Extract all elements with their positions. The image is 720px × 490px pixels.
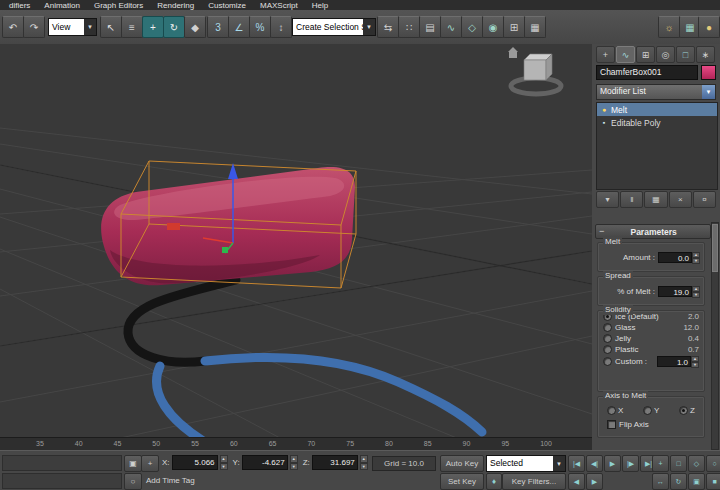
- modifier-list-dropdown[interactable]: Modifier List ▼: [596, 84, 716, 100]
- tab-utilities[interactable]: ∗: [696, 46, 715, 63]
- select-and-move-icon[interactable]: +: [142, 16, 164, 38]
- zoom-icon[interactable]: +: [652, 455, 669, 472]
- remove-modifier-button[interactable]: ×: [669, 191, 692, 208]
- maximize-viewport-icon[interactable]: ▣: [688, 473, 705, 490]
- coordinate-field[interactable]: Y: -4.627 ▲▼: [233, 455, 298, 470]
- solidity-option[interactable]: Glass 12.0: [598, 322, 704, 333]
- axis-option[interactable]: Y: [643, 406, 659, 415]
- solidity-option[interactable]: Jelly 0.4: [598, 333, 704, 344]
- zoom-region-icon[interactable]: ○: [706, 455, 720, 472]
- redo-icon[interactable]: ↷: [23, 16, 45, 38]
- key-filters-button[interactable]: Key Filters...: [502, 473, 566, 490]
- configure-modifier-sets-button[interactable]: ¤: [693, 191, 716, 208]
- align-icon[interactable]: ∷: [398, 16, 420, 38]
- orbit-icon[interactable]: ↻: [670, 473, 687, 490]
- percent-of-melt-spinner[interactable]: 19.0 ▲▼: [658, 286, 700, 297]
- panel-scrollbar[interactable]: [711, 222, 719, 450]
- x-axis-handle[interactable]: [167, 223, 180, 230]
- spinner-arrows-icon[interactable]: ▲▼: [360, 455, 368, 470]
- menu-item[interactable]: difiers: [2, 0, 37, 10]
- prompt-line[interactable]: [2, 473, 122, 489]
- next-key-button[interactable]: ▶: [586, 473, 603, 490]
- spinner-arrows-icon[interactable]: ▲▼: [691, 356, 699, 367]
- stack-item-editable-poly[interactable]: ▪ Editable Poly: [597, 116, 717, 129]
- viewport-canvas[interactable]: [0, 44, 592, 437]
- snap-toggle-icon[interactable]: 3: [207, 16, 229, 38]
- reference-coordinate-dropdown[interactable]: View ▼: [48, 18, 97, 36]
- flip-axis-option[interactable]: Flip Axis: [598, 417, 704, 432]
- checkbox-icon[interactable]: [607, 420, 616, 429]
- pin-stack-button[interactable]: ▾: [596, 191, 619, 208]
- view-cube[interactable]: [511, 54, 561, 94]
- previous-key-button[interactable]: ◀: [568, 473, 585, 490]
- angle-snap-icon[interactable]: ∠: [228, 16, 250, 38]
- time-tag-icon[interactable]: ○: [124, 473, 142, 490]
- axis-option[interactable]: Z: [679, 406, 695, 415]
- spinner-arrows-icon[interactable]: ▲▼: [220, 455, 228, 470]
- menu-item[interactable]: Graph Editors: [87, 0, 150, 10]
- absolute-offset-toggle[interactable]: +: [141, 455, 159, 472]
- perspective-viewport[interactable]: [0, 44, 593, 437]
- object-color-swatch[interactable]: [701, 65, 716, 80]
- next-frame-button[interactable]: |▶: [622, 455, 639, 472]
- select-and-scale-icon[interactable]: ◆: [184, 16, 206, 38]
- chamferbox-object[interactable]: [101, 167, 355, 285]
- scrollbar-thumb[interactable]: [712, 224, 718, 272]
- zoom-all-icon[interactable]: □: [670, 455, 687, 472]
- axis-option[interactable]: X: [607, 406, 623, 415]
- track-bar[interactable]: 35404550556065707580859095100: [0, 437, 592, 451]
- undo-icon[interactable]: ↶: [2, 16, 24, 38]
- percent-snap-icon[interactable]: %: [249, 16, 271, 38]
- radio-icon[interactable]: [643, 406, 652, 415]
- key-icon[interactable]: ♦: [486, 473, 502, 490]
- object-name-field[interactable]: ChamferBox001: [596, 65, 698, 80]
- coordinate-field[interactable]: Z: 31.697 ▲▼: [303, 455, 368, 470]
- home-icon[interactable]: [508, 47, 518, 58]
- radio-icon[interactable]: [603, 323, 612, 332]
- render-setup-icon[interactable]: ☼: [658, 16, 680, 38]
- material-editor-icon[interactable]: ◉: [482, 16, 504, 38]
- select-and-rotate-icon[interactable]: ↻: [163, 16, 185, 38]
- show-end-result-button[interactable]: ‖: [620, 191, 643, 208]
- tab-display[interactable]: □: [676, 46, 695, 63]
- auto-key-button[interactable]: Auto Key: [440, 455, 484, 472]
- zoom-extents-icon[interactable]: ◇: [688, 455, 705, 472]
- coordinate-field[interactable]: X: 5.066 ▲▼: [162, 455, 228, 470]
- radio-icon[interactable]: [603, 345, 612, 354]
- custom-solidity-spinner[interactable]: 1.0 ▲▼: [657, 356, 699, 367]
- scene-explorer-icon[interactable]: ▦: [524, 16, 546, 38]
- menu-item[interactable]: MAXScript: [253, 0, 305, 10]
- graphite-ribbon-icon[interactable]: ⊞: [503, 16, 525, 38]
- spinner-arrows-icon[interactable]: ▲▼: [290, 455, 298, 470]
- field-of-view-icon[interactable]: ■: [706, 473, 720, 490]
- menu-item[interactable]: Rendering: [150, 0, 201, 10]
- go-to-start-button[interactable]: |◀: [568, 455, 585, 472]
- make-unique-button[interactable]: ▦: [644, 191, 667, 208]
- stack-item-melt[interactable]: ● Melt: [597, 103, 717, 116]
- spinner-arrows-icon[interactable]: ▲▼: [692, 252, 700, 263]
- curve-editor-icon[interactable]: ∿: [440, 16, 462, 38]
- spinner-arrows-icon[interactable]: ▲▼: [692, 286, 700, 297]
- select-by-name-icon[interactable]: ≡: [121, 16, 143, 38]
- tab-hierarchy[interactable]: ⊞: [636, 46, 655, 63]
- layer-manager-icon[interactable]: ▤: [419, 16, 441, 38]
- render-production-icon[interactable]: ●: [698, 16, 720, 38]
- maxscript-mini-listener[interactable]: [2, 455, 122, 471]
- selection-lock-toggle[interactable]: ▣: [124, 455, 142, 472]
- select-object-icon[interactable]: ↖: [100, 16, 122, 38]
- radio-icon[interactable]: [603, 334, 612, 343]
- radio-icon[interactable]: [679, 406, 688, 415]
- radio-icon[interactable]: [607, 406, 616, 415]
- radio-icon[interactable]: [603, 357, 612, 366]
- tab-modify[interactable]: ∿: [616, 46, 635, 63]
- play-button[interactable]: ▶: [604, 455, 621, 472]
- mirror-icon[interactable]: ⇆: [377, 16, 399, 38]
- spline-object[interactable]: [128, 280, 482, 437]
- menu-item[interactable]: Animation: [37, 0, 87, 10]
- amount-spinner[interactable]: 0.0 ▲▼: [658, 252, 700, 263]
- solidity-option[interactable]: Plastic 0.7: [598, 344, 704, 355]
- previous-frame-button[interactable]: ◀|: [586, 455, 603, 472]
- menu-item[interactable]: Help: [305, 0, 335, 10]
- schematic-view-icon[interactable]: ◇: [461, 16, 483, 38]
- spinner-snap-icon[interactable]: ↕: [270, 16, 292, 38]
